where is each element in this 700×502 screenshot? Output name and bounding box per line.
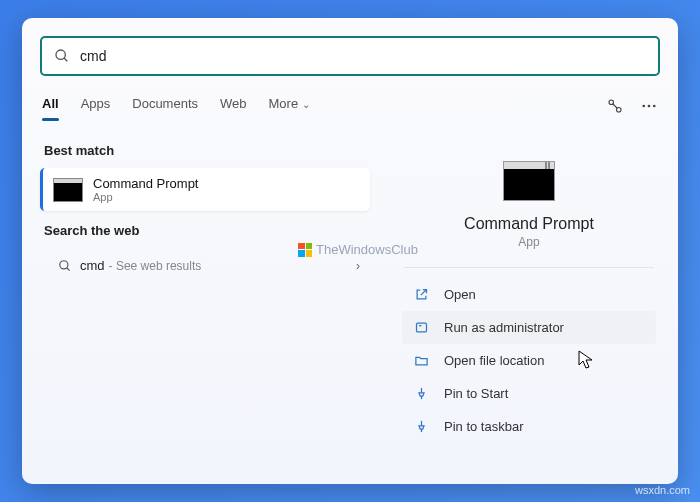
preview-pane: Command Prompt App Open Run as administr…: [380, 131, 660, 479]
filter-tabs-row: All Apps Documents Web More⌄: [40, 90, 660, 121]
svg-point-4: [642, 104, 645, 107]
svg-line-1: [64, 58, 67, 61]
result-kind: App: [93, 191, 198, 203]
action-label: Open: [444, 287, 476, 302]
command-prompt-icon: [503, 161, 555, 201]
action-label: Run as administrator: [444, 320, 564, 335]
svg-point-6: [653, 104, 656, 107]
search-web-heading: Search the web: [44, 223, 370, 238]
preview-kind: App: [518, 235, 539, 249]
quick-access-icon[interactable]: [606, 97, 624, 115]
open-icon: [414, 287, 429, 302]
action-pin-to-taskbar[interactable]: Pin to taskbar: [402, 410, 656, 443]
search-icon: [58, 259, 72, 273]
best-match-item[interactable]: Command Prompt App: [40, 168, 370, 211]
svg-point-0: [56, 50, 65, 59]
best-match-heading: Best match: [44, 143, 370, 158]
web-term: cmd: [80, 258, 105, 273]
search-box[interactable]: [40, 36, 660, 76]
svg-point-5: [648, 104, 651, 107]
chevron-down-icon: ⌄: [302, 99, 310, 110]
preview-title: Command Prompt: [464, 215, 594, 233]
start-search-window: All Apps Documents Web More⌄ Best match …: [22, 18, 678, 484]
results-pane: Best match Command Prompt App Search the…: [40, 131, 380, 479]
action-label: Pin to Start: [444, 386, 508, 401]
action-open[interactable]: Open: [402, 278, 656, 311]
command-prompt-icon: [53, 178, 83, 202]
site-watermark: wsxdn.com: [635, 484, 690, 496]
folder-icon: [414, 353, 429, 368]
web-search-item[interactable]: cmd - See web results ›: [40, 248, 370, 283]
search-input[interactable]: [80, 48, 646, 64]
action-open-file-location[interactable]: Open file location: [402, 344, 656, 377]
action-pin-to-start[interactable]: Pin to Start: [402, 377, 656, 410]
pin-icon: [414, 419, 429, 434]
pin-icon: [414, 386, 429, 401]
svg-line-8: [67, 267, 70, 270]
tab-more[interactable]: More⌄: [269, 90, 311, 121]
web-hint: - See web results: [109, 259, 202, 273]
tab-documents[interactable]: Documents: [132, 90, 198, 121]
svg-rect-9: [416, 323, 426, 332]
tab-apps[interactable]: Apps: [81, 90, 111, 121]
tab-all[interactable]: All: [42, 90, 59, 121]
action-label: Pin to taskbar: [444, 419, 524, 434]
chevron-right-icon: ›: [356, 259, 360, 273]
search-icon: [54, 48, 70, 64]
more-options-icon[interactable]: [640, 97, 658, 115]
action-run-as-administrator[interactable]: Run as administrator: [402, 311, 656, 344]
result-name: Command Prompt: [93, 176, 198, 191]
shield-icon: [414, 320, 429, 335]
action-label: Open file location: [444, 353, 544, 368]
tab-web[interactable]: Web: [220, 90, 247, 121]
svg-point-7: [60, 260, 68, 268]
